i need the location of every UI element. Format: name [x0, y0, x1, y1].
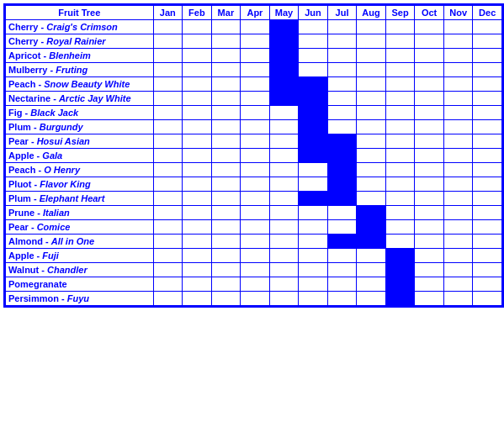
month-cell: [415, 92, 444, 106]
month-cell: [473, 192, 502, 206]
month-cell: [183, 249, 212, 263]
month-cell: [443, 106, 473, 120]
month-cell: [327, 220, 357, 235]
month-cell: [299, 206, 328, 220]
header-sep: Sep: [385, 6, 415, 20]
month-cell: [153, 92, 183, 106]
month-cell: [385, 177, 415, 192]
month-cell: [269, 192, 299, 206]
month-cell: [183, 120, 212, 134]
month-cell: [357, 220, 386, 235]
month-cell: [443, 92, 473, 106]
month-cell: [473, 220, 502, 235]
month-cell: [211, 77, 241, 92]
month-cell: [473, 292, 502, 306]
month-cell: [153, 77, 183, 92]
month-cell: [241, 120, 270, 134]
month-cell: [443, 249, 473, 263]
month-cell: [443, 235, 473, 249]
month-cell: [415, 163, 444, 177]
month-cell: [299, 292, 328, 306]
table-row: Fig - Black Jack: [6, 106, 502, 120]
month-cell: [327, 34, 357, 49]
month-cell: [385, 249, 415, 263]
month-cell: [211, 34, 241, 49]
month-cell: [183, 63, 212, 77]
month-cell: [299, 220, 328, 235]
month-cell: [385, 206, 415, 220]
month-cell: [357, 20, 386, 34]
month-cell: [357, 235, 386, 249]
month-cell: [153, 120, 183, 134]
month-cell: [327, 77, 357, 92]
month-cell: [415, 77, 444, 92]
month-cell: [299, 77, 328, 92]
table-row: Mulberry - Fruting: [6, 63, 502, 77]
table-row: Pear - Comice: [6, 220, 502, 235]
month-cell: [473, 120, 502, 134]
month-cell: [183, 163, 212, 177]
fruit-name-cell: Apricot - Blenheim: [6, 49, 154, 63]
month-cell: [153, 277, 183, 292]
month-cell: [153, 263, 183, 277]
month-cell: [327, 134, 357, 149]
month-cell: [183, 220, 212, 235]
month-cell: [299, 106, 328, 120]
month-cell: [153, 20, 183, 34]
month-cell: [211, 92, 241, 106]
fruit-name-cell: Pear - Comice: [6, 220, 154, 235]
month-cell: [473, 206, 502, 220]
month-cell: [211, 277, 241, 292]
month-cell: [415, 235, 444, 249]
month-cell: [385, 134, 415, 149]
month-cell: [415, 277, 444, 292]
month-cell: [327, 277, 357, 292]
table-row: Plum - Burgundy: [6, 120, 502, 134]
month-cell: [153, 235, 183, 249]
table-row: Pluot - Flavor King: [6, 177, 502, 192]
month-cell: [327, 106, 357, 120]
month-cell: [385, 263, 415, 277]
month-cell: [327, 249, 357, 263]
header-may: May: [269, 6, 299, 20]
month-cell: [327, 192, 357, 206]
header-dec: Dec: [473, 6, 502, 20]
fruit-name-cell: Pluot - Flavor King: [6, 177, 154, 192]
month-cell: [473, 277, 502, 292]
month-cell: [241, 206, 270, 220]
month-cell: [211, 177, 241, 192]
month-cell: [385, 163, 415, 177]
month-cell: [241, 249, 270, 263]
month-cell: [385, 277, 415, 292]
month-cell: [153, 249, 183, 263]
month-cell: [299, 49, 328, 63]
month-cell: [443, 149, 473, 163]
month-cell: [327, 177, 357, 192]
fruit-chart: Fruit Tree Jan Feb Mar Apr May Jun Jul A…: [5, 5, 502, 306]
month-cell: [415, 134, 444, 149]
chart-container: Fruit Tree Jan Feb Mar Apr May Jun Jul A…: [3, 3, 504, 308]
month-cell: [473, 134, 502, 149]
month-cell: [241, 235, 270, 249]
month-cell: [415, 120, 444, 134]
table-row: Persimmon - Fuyu: [6, 292, 502, 306]
month-cell: [183, 235, 212, 249]
month-cell: [357, 249, 386, 263]
month-cell: [211, 63, 241, 77]
month-cell: [415, 106, 444, 120]
month-cell: [385, 63, 415, 77]
month-cell: [153, 292, 183, 306]
month-cell: [415, 292, 444, 306]
month-cell: [473, 34, 502, 49]
month-cell: [357, 77, 386, 92]
month-cell: [443, 192, 473, 206]
header-mar: Mar: [211, 6, 241, 20]
month-cell: [415, 34, 444, 49]
month-cell: [211, 292, 241, 306]
month-cell: [183, 49, 212, 63]
month-cell: [385, 292, 415, 306]
month-cell: [269, 206, 299, 220]
month-cell: [443, 20, 473, 34]
month-cell: [299, 34, 328, 49]
header-jul: Jul: [327, 6, 357, 20]
